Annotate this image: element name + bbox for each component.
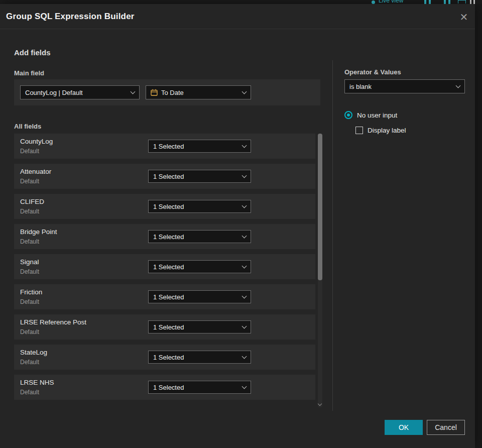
field-name: CountyLog	[20, 138, 53, 145]
field-source: Default	[20, 359, 39, 366]
toolbar-icon-fragment	[429, 0, 431, 4]
field-row-attenuator: Attenuator Default 1 Selected	[14, 164, 315, 189]
field-name: Attenuator	[20, 168, 51, 175]
field-name: LRSE NHS	[20, 379, 54, 386]
field-source: Default	[20, 328, 39, 335]
field-row-clifed: CLIFED Default 1 Selected	[14, 194, 315, 219]
field-source: Default	[20, 298, 39, 305]
field-row-bridge-point: Bridge Point Default 1 Selected	[14, 224, 315, 249]
chevron-down-icon	[242, 293, 247, 298]
field-row-signal: Signal Default 1 Selected	[14, 254, 315, 279]
chevron-down-icon	[242, 263, 247, 268]
list-scrollbar[interactable]	[318, 134, 322, 407]
field-name: Signal	[20, 258, 39, 266]
field-row-lrse-nhs: LRSE NHS Default 1 Selected	[14, 375, 315, 400]
main-field-value-dropdown[interactable]: To Date	[146, 85, 251, 99]
field-source: Default	[20, 148, 39, 155]
background-app-top-strip: Live view	[0, 0, 482, 4]
chevron-down-icon	[242, 173, 247, 178]
toolbar-icon-fragment	[473, 0, 475, 4]
main-field-dropdown-value: CountyLog | Default	[25, 89, 83, 96]
chevron-down-icon	[242, 89, 247, 94]
chevron-down-icon	[456, 83, 461, 88]
main-field-container: CountyLog | Default To Date	[14, 79, 320, 105]
toolbar-icon-fragment	[470, 0, 471, 4]
field-name: Bridge Point	[20, 228, 57, 236]
field-row-lrse-reference-post: LRSE Reference Post Default 1 Selected	[14, 314, 315, 340]
all-fields-list: CountyLog Default 1 Selected Attenuator …	[14, 134, 315, 405]
field-source: Default	[20, 238, 39, 245]
field-source: Default	[20, 178, 39, 185]
group-sql-expression-builder-dialog: Group SQL Expression Builder ✕ Add field…	[0, 4, 475, 448]
background-app-right-strip	[475, 4, 482, 448]
main-field-value: To Date	[161, 89, 184, 96]
toolbar-icon-fragment	[444, 0, 446, 4]
toolbar-icon-fragment	[448, 0, 450, 4]
main-field-dropdown[interactable]: CountyLog | Default	[20, 85, 140, 99]
dialog-header: Group SQL Expression Builder ✕	[0, 4, 475, 29]
operator-dropdown[interactable]: is blank	[344, 79, 465, 93]
close-icon[interactable]: ✕	[458, 11, 470, 23]
add-fields-heading: Add fields	[14, 48, 51, 57]
chevron-down-icon	[242, 384, 247, 389]
chevron-down-icon	[242, 143, 247, 148]
main-field-label: Main field	[14, 69, 44, 77]
operator-values-heading: Operator & Values	[344, 68, 401, 76]
field-selected-dropdown[interactable]: 1 Selected	[148, 170, 251, 183]
field-selected-dropdown[interactable]: 1 Selected	[148, 351, 251, 364]
live-view-dot-icon	[372, 1, 375, 4]
toolbar-icon-fragment	[424, 0, 426, 4]
field-row-friction: Friction Default 1 Selected	[14, 284, 315, 309]
field-selected-dropdown[interactable]: 1 Selected	[148, 290, 251, 303]
field-selected-dropdown[interactable]: 1 Selected	[148, 381, 251, 394]
field-name: StateLog	[20, 349, 47, 356]
no-user-input-radio[interactable]: No user input	[344, 111, 397, 119]
field-selected-dropdown[interactable]: 1 Selected	[148, 260, 251, 273]
scrollbar-thumb[interactable]	[318, 134, 322, 280]
field-source: Default	[20, 208, 39, 215]
field-selected-dropdown[interactable]: 1 Selected	[148, 320, 251, 333]
field-selected-dropdown[interactable]: 1 Selected	[148, 140, 251, 153]
field-row-statelog: StateLog Default 1 Selected	[14, 345, 315, 370]
field-name: LRSE Reference Post	[20, 318, 86, 326]
cancel-button[interactable]: Cancel	[427, 420, 465, 435]
radio-selected-icon	[344, 111, 352, 119]
chevron-down-icon	[131, 89, 136, 94]
checkbox-label: Display label	[368, 127, 406, 134]
panel-divider	[332, 60, 333, 411]
scrollbar-down-arrow-icon[interactable]	[318, 402, 322, 406]
toolbar-icon-fragment	[458, 0, 466, 4]
display-label-checkbox[interactable]: Display label	[355, 127, 406, 134]
all-fields-label: All fields	[14, 123, 41, 130]
calendar-icon	[151, 89, 158, 96]
live-view-label: Live view	[379, 0, 403, 4]
operator-value: is blank	[349, 83, 372, 90]
field-name: Friction	[20, 288, 42, 296]
ok-button[interactable]: OK	[385, 420, 423, 435]
chevron-down-icon	[242, 203, 247, 208]
checkbox-unchecked-icon	[355, 127, 363, 134]
field-selected-dropdown[interactable]: 1 Selected	[148, 230, 251, 243]
radio-label: No user input	[357, 111, 397, 119]
field-name: CLIFED	[20, 198, 44, 205]
field-source: Default	[20, 389, 39, 396]
dialog-title: Group SQL Expression Builder	[6, 12, 135, 22]
chevron-down-icon	[242, 323, 247, 328]
chevron-down-icon	[242, 233, 247, 238]
field-source: Default	[20, 268, 39, 275]
field-row-countylog: CountyLog Default 1 Selected	[14, 134, 315, 159]
field-selected-dropdown[interactable]: 1 Selected	[148, 200, 251, 213]
chevron-down-icon	[242, 354, 247, 359]
